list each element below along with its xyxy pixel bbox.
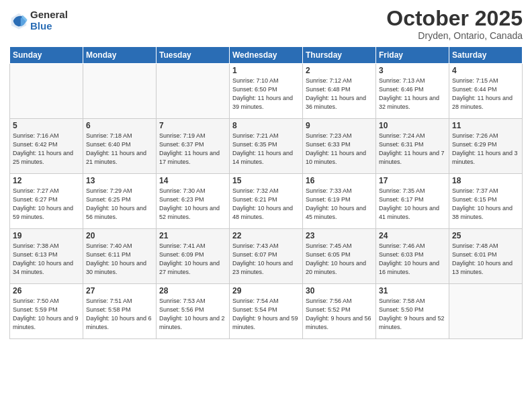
day-info: Sunrise: 7:35 AM Sunset: 6:17 PM Dayligh…	[379, 187, 446, 222]
day-info: Sunrise: 7:56 AM Sunset: 5:52 PM Dayligh…	[306, 297, 373, 332]
day-info: Sunrise: 7:30 AM Sunset: 6:23 PM Dayligh…	[159, 187, 226, 222]
col-monday: Monday	[83, 47, 157, 64]
day-number: 4	[452, 66, 519, 75]
day-info: Sunrise: 7:43 AM Sunset: 6:07 PM Dayligh…	[232, 242, 300, 277]
day-info: Sunrise: 7:23 AM Sunset: 6:33 PM Dayligh…	[306, 132, 373, 167]
day-info: Sunrise: 7:45 AM Sunset: 6:05 PM Dayligh…	[306, 242, 373, 277]
calendar-cell: 29Sunrise: 7:54 AM Sunset: 5:54 PM Dayli…	[230, 284, 303, 339]
day-info: Sunrise: 7:13 AM Sunset: 6:46 PM Dayligh…	[379, 77, 446, 111]
day-number: 9	[306, 121, 373, 130]
calendar-week-1: 1Sunrise: 7:10 AM Sunset: 6:50 PM Daylig…	[10, 64, 523, 119]
day-info: Sunrise: 7:10 AM Sunset: 6:50 PM Dayligh…	[232, 77, 300, 111]
col-saturday: Saturday	[449, 47, 523, 64]
calendar-cell: 28Sunrise: 7:53 AM Sunset: 5:56 PM Dayli…	[157, 284, 230, 339]
day-info: Sunrise: 7:48 AM Sunset: 6:01 PM Dayligh…	[452, 242, 519, 277]
day-info: Sunrise: 7:12 AM Sunset: 6:48 PM Dayligh…	[306, 77, 373, 111]
day-info: Sunrise: 7:24 AM Sunset: 6:31 PM Dayligh…	[379, 132, 446, 167]
day-info: Sunrise: 7:53 AM Sunset: 5:56 PM Dayligh…	[159, 297, 226, 332]
calendar-table: Sunday Monday Tuesday Wednesday Thursday…	[9, 46, 523, 339]
logo-general: General	[30, 9, 68, 21]
calendar-cell: 31Sunrise: 7:58 AM Sunset: 5:50 PM Dayli…	[376, 284, 449, 339]
calendar-cell: 24Sunrise: 7:46 AM Sunset: 6:03 PM Dayli…	[376, 229, 449, 284]
day-info: Sunrise: 7:40 AM Sunset: 6:11 PM Dayligh…	[86, 242, 153, 277]
logo-text: General Blue	[30, 9, 68, 32]
day-info: Sunrise: 7:58 AM Sunset: 5:50 PM Dayligh…	[379, 297, 446, 332]
calendar-cell: 8Sunrise: 7:21 AM Sunset: 6:35 PM Daylig…	[230, 119, 303, 174]
day-number: 11	[452, 121, 519, 130]
day-number: 6	[86, 121, 153, 130]
calendar-cell: 16Sunrise: 7:33 AM Sunset: 6:19 PM Dayli…	[303, 174, 376, 229]
calendar-cell: 7Sunrise: 7:19 AM Sunset: 6:37 PM Daylig…	[157, 119, 230, 174]
calendar-cell	[83, 64, 157, 119]
calendar-cell: 15Sunrise: 7:32 AM Sunset: 6:21 PM Dayli…	[230, 174, 303, 229]
calendar-cell: 13Sunrise: 7:29 AM Sunset: 6:25 PM Dayli…	[83, 174, 157, 229]
location: Dryden, Ontario, Canada	[386, 30, 523, 41]
day-number: 13	[86, 176, 153, 185]
calendar-cell	[157, 64, 230, 119]
calendar-cell: 4Sunrise: 7:15 AM Sunset: 6:44 PM Daylig…	[449, 64, 523, 119]
day-info: Sunrise: 7:46 AM Sunset: 6:03 PM Dayligh…	[379, 242, 446, 277]
calendar-cell: 30Sunrise: 7:56 AM Sunset: 5:52 PM Dayli…	[303, 284, 376, 339]
day-info: Sunrise: 7:16 AM Sunset: 6:42 PM Dayligh…	[13, 132, 80, 167]
day-number: 19	[13, 231, 80, 240]
day-number: 14	[159, 176, 226, 185]
col-wednesday: Wednesday	[230, 47, 303, 64]
calendar-cell: 9Sunrise: 7:23 AM Sunset: 6:33 PM Daylig…	[303, 119, 376, 174]
header: General Blue October 2025 Dryden, Ontari…	[9, 7, 523, 41]
logo-blue: Blue	[30, 21, 68, 32]
calendar-cell: 26Sunrise: 7:50 AM Sunset: 5:59 PM Dayli…	[10, 284, 83, 339]
day-number: 31	[379, 286, 446, 295]
day-number: 5	[13, 121, 80, 130]
day-info: Sunrise: 7:27 AM Sunset: 6:27 PM Dayligh…	[13, 187, 80, 222]
day-number: 7	[159, 121, 226, 130]
day-number: 27	[86, 286, 153, 295]
col-sunday: Sunday	[10, 47, 83, 64]
calendar-cell: 22Sunrise: 7:43 AM Sunset: 6:07 PM Dayli…	[230, 229, 303, 284]
calendar-cell: 17Sunrise: 7:35 AM Sunset: 6:17 PM Dayli…	[376, 174, 449, 229]
calendar-cell: 18Sunrise: 7:37 AM Sunset: 6:15 PM Dayli…	[449, 174, 523, 229]
calendar-container: General Blue October 2025 Dryden, Ontari…	[0, 0, 532, 411]
calendar-cell	[449, 284, 523, 339]
calendar-cell: 20Sunrise: 7:40 AM Sunset: 6:11 PM Dayli…	[83, 229, 157, 284]
calendar-cell: 3Sunrise: 7:13 AM Sunset: 6:46 PM Daylig…	[376, 64, 449, 119]
day-info: Sunrise: 7:41 AM Sunset: 6:09 PM Dayligh…	[159, 242, 226, 277]
day-info: Sunrise: 7:15 AM Sunset: 6:44 PM Dayligh…	[452, 77, 519, 111]
day-info: Sunrise: 7:18 AM Sunset: 6:40 PM Dayligh…	[86, 132, 153, 167]
day-number: 3	[379, 66, 446, 75]
day-number: 17	[379, 176, 446, 185]
day-info: Sunrise: 7:33 AM Sunset: 6:19 PM Dayligh…	[306, 187, 373, 222]
day-info: Sunrise: 7:21 AM Sunset: 6:35 PM Dayligh…	[232, 132, 300, 167]
day-info: Sunrise: 7:38 AM Sunset: 6:13 PM Dayligh…	[13, 242, 80, 277]
day-number: 28	[159, 286, 226, 295]
calendar-cell	[10, 64, 83, 119]
calendar-cell: 21Sunrise: 7:41 AM Sunset: 6:09 PM Dayli…	[157, 229, 230, 284]
calendar-week-5: 26Sunrise: 7:50 AM Sunset: 5:59 PM Dayli…	[10, 284, 523, 339]
day-number: 29	[232, 286, 300, 295]
day-info: Sunrise: 7:50 AM Sunset: 5:59 PM Dayligh…	[13, 297, 80, 332]
col-friday: Friday	[376, 47, 449, 64]
calendar-cell: 27Sunrise: 7:51 AM Sunset: 5:58 PM Dayli…	[83, 284, 157, 339]
logo: General Blue	[9, 9, 68, 32]
calendar-week-2: 5Sunrise: 7:16 AM Sunset: 6:42 PM Daylig…	[10, 119, 523, 174]
day-number: 21	[159, 231, 226, 240]
day-number: 26	[13, 286, 80, 295]
calendar-cell: 25Sunrise: 7:48 AM Sunset: 6:01 PM Dayli…	[449, 229, 523, 284]
day-number: 12	[13, 176, 80, 185]
day-info: Sunrise: 7:32 AM Sunset: 6:21 PM Dayligh…	[232, 187, 300, 222]
day-info: Sunrise: 7:54 AM Sunset: 5:54 PM Dayligh…	[232, 297, 300, 332]
day-number: 22	[232, 231, 300, 240]
calendar-cell: 5Sunrise: 7:16 AM Sunset: 6:42 PM Daylig…	[10, 119, 83, 174]
calendar-cell: 23Sunrise: 7:45 AM Sunset: 6:05 PM Dayli…	[303, 229, 376, 284]
col-tuesday: Tuesday	[157, 47, 230, 64]
day-info: Sunrise: 7:19 AM Sunset: 6:37 PM Dayligh…	[159, 132, 226, 167]
day-number: 16	[306, 176, 373, 185]
calendar-cell: 14Sunrise: 7:30 AM Sunset: 6:23 PM Dayli…	[157, 174, 230, 229]
day-number: 30	[306, 286, 373, 295]
day-number: 20	[86, 231, 153, 240]
day-info: Sunrise: 7:51 AM Sunset: 5:58 PM Dayligh…	[86, 297, 153, 332]
day-number: 1	[232, 66, 300, 75]
day-info: Sunrise: 7:29 AM Sunset: 6:25 PM Dayligh…	[86, 187, 153, 222]
calendar-cell: 2Sunrise: 7:12 AM Sunset: 6:48 PM Daylig…	[303, 64, 376, 119]
calendar-cell: 19Sunrise: 7:38 AM Sunset: 6:13 PM Dayli…	[10, 229, 83, 284]
day-number: 15	[232, 176, 300, 185]
